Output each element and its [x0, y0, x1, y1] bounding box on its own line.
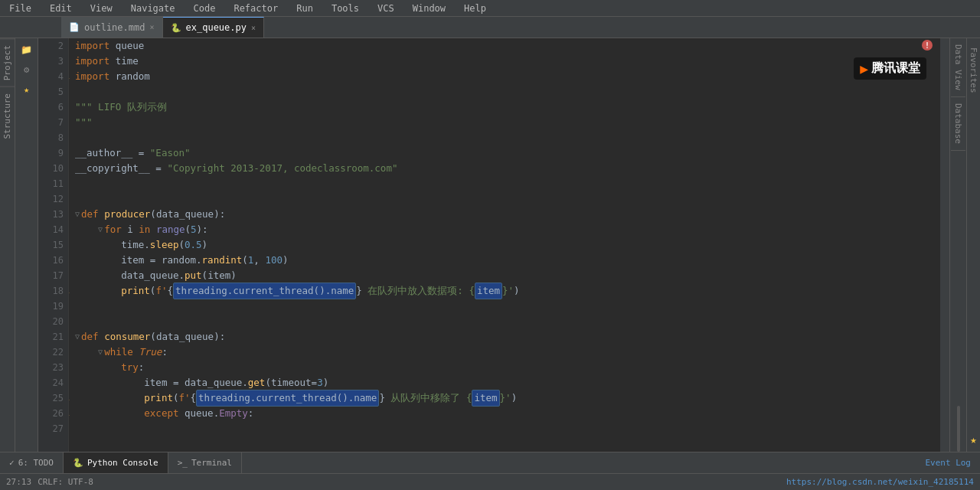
code-line-16: item = random . randint ( 1 , 100 ) [75, 253, 934, 268]
todo-icon: ✓ [9, 458, 15, 468]
tab-structure[interactable]: Structure [0, 87, 15, 145]
fn-print-18: print [121, 283, 150, 299]
line-num-27: 27 [43, 421, 64, 436]
warning-icon-18: ⚠ [69, 283, 70, 299]
menu-item-run[interactable]: Run [293, 2, 316, 15]
tab-ex-queue-label: ex_queue.py [186, 22, 247, 33]
sidebar-right: Data View Database [949, 38, 966, 452]
menu-item-refactor[interactable]: Refactor [230, 2, 281, 15]
menu-item-window[interactable]: Window [410, 2, 449, 15]
tab-outline-label: outline.mmd [84, 22, 145, 33]
fold-icon-14[interactable]: ▽ [98, 222, 103, 237]
var-item-put: item [207, 268, 230, 283]
menu-item-code[interactable]: Code [191, 2, 219, 15]
tab-ex-queue[interactable]: 🐍 ex_queue.py × [163, 17, 265, 38]
sidebar-settings-icon[interactable]: ⚙ [18, 61, 35, 78]
sidebar-database[interactable]: Database [951, 97, 965, 151]
line-num-4: 4 [43, 69, 64, 84]
kw-import-4: import [75, 69, 109, 84]
sidebar-star-icon[interactable]: ★ [18, 81, 35, 98]
star-favorite-icon[interactable]: ★ [970, 433, 976, 452]
highlight-item-18: item [475, 283, 502, 299]
author-var: __author__ [75, 145, 132, 161]
copyright-var: __copyright__ [75, 161, 150, 176]
terminal-icon: >_ [178, 458, 188, 468]
status-right: https://blog.csdn.net/weixin_42185114 [786, 477, 974, 487]
editor-area: 2 3 4 5 6 7 8 9 10 11 12 13 14 15 16 17 … [38, 38, 949, 452]
menu-item-edit[interactable]: Edit [47, 2, 75, 15]
tab-outline-close[interactable]: × [149, 23, 154, 31]
tab-outline[interactable]: 📄 outline.mmd × [61, 17, 163, 38]
var-item-16: item [121, 253, 144, 268]
var-data-queue-put: data_queue [121, 268, 178, 283]
error-indicator: ! [922, 40, 933, 51]
tab-bar: 📄 outline.mmd × 🐍 ex_queue.py × [0, 17, 980, 38]
fn-consumer: consumer [104, 329, 150, 345]
code-line-23: try : [75, 360, 934, 375]
menu-item-file[interactable]: File [6, 2, 34, 15]
kw-try: try [121, 360, 139, 375]
code-line-2: import queue [75, 38, 934, 54]
vertical-tabs-left: Project Structure [0, 38, 15, 452]
module-random: random [116, 69, 150, 84]
menu-item-help[interactable]: Help [461, 2, 489, 15]
code-line-21: ▽ def consumer ( data_queue ): [75, 329, 934, 345]
code-line-18: ⚠ print ( f' { threading.current_thread(… [75, 283, 934, 299]
code-line-3: import time [75, 54, 934, 69]
highlight-threading-25: threading.current_thread().name [196, 390, 379, 407]
event-log-link[interactable]: Event Log [925, 458, 971, 468]
fold-icon-21[interactable]: ▽ [75, 329, 80, 345]
highlight-item-25: item [472, 390, 499, 407]
var-i: i [127, 222, 139, 237]
var-data-queue-get: data_queue [185, 375, 242, 390]
tab-outline-icon: 📄 [69, 22, 80, 32]
tab-ex-queue-close[interactable]: × [251, 24, 256, 32]
code-line-8 [75, 130, 934, 145]
docstring-start: """ LIFO 队列示例 [75, 100, 167, 115]
line-num-11: 11 [43, 176, 64, 191]
copyright-val: "Copyright 2013-2017, codeclassroom.com" [167, 161, 397, 176]
num-3: 3 [317, 375, 323, 390]
line-num-19: 19 [43, 299, 64, 314]
sidebar-folder-icon[interactable]: 📁 [18, 41, 35, 58]
line-num-23: 23 [43, 360, 64, 375]
status-position: 27:13 [6, 477, 31, 487]
tab-python-console[interactable]: 🐍 Python Console [64, 452, 168, 473]
line-num-21: 21 [43, 329, 64, 345]
fold-icon-22[interactable]: ▽ [98, 345, 103, 360]
line-num-8: 8 [43, 130, 64, 145]
tab-project[interactable]: Project [0, 38, 15, 87]
code-line-12 [75, 191, 934, 207]
code-line-5 [75, 84, 934, 100]
line-num-10: 10 [43, 161, 64, 176]
tab-terminal-label: Terminal [191, 458, 232, 468]
code-line-25: ⚠ print ( f' { threading.current_thread(… [75, 390, 934, 406]
code-line-10: __copyright__ = "Copyright 2013-2017, co… [75, 161, 934, 176]
status-url[interactable]: https://blog.csdn.net/weixin_42185114 [786, 477, 974, 487]
tab-todo[interactable]: ✓ 6: TODO [0, 452, 64, 473]
fn-put: put [185, 268, 202, 283]
warning-icon-25: ⚠ [69, 390, 70, 406]
tab-todo-label: 6: TODO [18, 458, 54, 468]
code-line-17: data_queue . put ( item ) [75, 268, 934, 283]
menu-item-tools[interactable]: Tools [328, 2, 362, 15]
menu-item-view[interactable]: View [87, 2, 116, 15]
favorites-tab[interactable]: Favorites [967, 41, 980, 100]
code-line-24: item = data_queue . get ( timeout = 3 ) [75, 375, 934, 390]
code-line-19 [75, 299, 934, 314]
sidebar-data-view[interactable]: Data View [951, 38, 965, 97]
menu-item-navigate[interactable]: Navigate [128, 2, 178, 15]
code-content[interactable]: import queue import time ⚠ import random… [69, 38, 940, 452]
scrollbar-area[interactable] [940, 38, 949, 452]
code-line-26: ⚠ except queue . Empty : [75, 406, 934, 421]
code-editor-wrapper: ▶ 腾讯课堂 ! 2 3 4 5 6 7 8 9 10 11 12 13 14 … [38, 38, 949, 452]
line-num-22: 22 [43, 345, 64, 360]
sidebar-left: 📁 ⚙ ★ [15, 38, 38, 452]
kw-while: while [104, 345, 139, 360]
line-num-26: 26 [43, 406, 64, 421]
fn-randint: randint [202, 253, 243, 268]
menu-item-vcs[interactable]: VCS [374, 2, 397, 15]
tab-terminal[interactable]: >_ Terminal [168, 452, 242, 473]
fold-icon-13[interactable]: ▽ [75, 207, 80, 222]
line-num-3: 3 [43, 54, 64, 69]
